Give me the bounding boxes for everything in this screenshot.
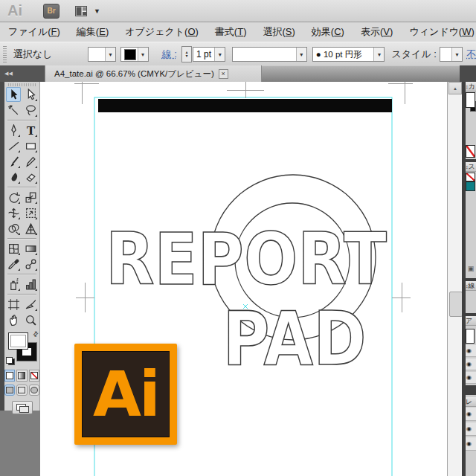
vertical-scrollbar[interactable]: ▲ (447, 82, 462, 476)
pen-tool[interactable] (6, 123, 21, 138)
selection-tool[interactable] (6, 87, 21, 102)
layer-row[interactable]: ◉ (466, 422, 476, 436)
black-swatch (124, 49, 136, 60)
free-transform-tool[interactable] (23, 205, 38, 220)
document-tab[interactable]: A4_tate.ai @ 66.67% (CMYK/プレビュー) × (45, 65, 262, 82)
variable-width-profile-dropdown[interactable]: ▾ (232, 47, 307, 62)
stroke-color-dropdown[interactable]: ▾ (120, 47, 149, 62)
rectangle-icon (25, 140, 37, 152)
selection-arrow-icon (7, 89, 20, 101)
menu-object[interactable]: オブジェクト(O) (117, 25, 207, 39)
tools-panel-grip[interactable] (8, 83, 36, 86)
fill-swatch[interactable] (8, 332, 28, 350)
eye-icon[interactable]: ◉ (466, 440, 472, 447)
stepper-down-icon[interactable]: ▾ (185, 54, 187, 58)
pencil-icon (25, 155, 37, 168)
opacity-link[interactable]: 不 (466, 48, 476, 61)
none-swatch[interactable] (466, 145, 475, 158)
eye-icon[interactable]: ◉ (466, 361, 472, 367)
width-tool[interactable] (6, 205, 21, 220)
eraser-tool[interactable] (23, 170, 38, 184)
line-segment-tool[interactable] (6, 138, 21, 153)
fill-color-dropdown[interactable]: ▾ (88, 47, 116, 62)
swap-fill-stroke-icon[interactable]: ⇄ (31, 329, 40, 338)
menu-file[interactable]: ファイル(F) (0, 25, 68, 39)
menu-edit[interactable]: 編集(E) (68, 25, 117, 39)
swatches-panel-header[interactable]: ↕ス (466, 162, 476, 172)
control-bar-grip[interactable] (3, 46, 7, 62)
stroke-panel-link[interactable]: 線 : (162, 48, 177, 61)
eye-icon[interactable]: ◉ (466, 425, 472, 432)
stroke-weight-dropdown[interactable]: 1 pt▾ (193, 47, 225, 62)
rotate-icon (7, 191, 20, 204)
bridge-button[interactable]: Br (43, 4, 60, 19)
artboard-tool[interactable] (6, 297, 21, 312)
canvas-area[interactable]: REPORT PAD Ai (40, 82, 447, 476)
swatch-teal[interactable] (466, 181, 475, 191)
direct-selection-tool[interactable] (23, 87, 38, 102)
eyedropper-tool[interactable] (6, 257, 21, 271)
layer-row[interactable]: ◉ (466, 408, 476, 421)
lasso-tool[interactable] (23, 103, 38, 118)
rectangle-tool[interactable] (23, 138, 38, 153)
draw-normal-button[interactable] (4, 385, 15, 396)
swatch-library-icon[interactable]: ▣ (466, 265, 476, 275)
layer-row[interactable]: ◉ (466, 437, 476, 451)
menu-effect[interactable]: 効果(C) (303, 25, 353, 39)
blob-brush-tool[interactable] (6, 170, 21, 184)
chevron-down-icon: ▾ (451, 48, 462, 61)
none-button[interactable] (29, 370, 39, 382)
fill-proxy-swatch[interactable] (466, 92, 475, 108)
slice-tool[interactable] (23, 297, 38, 312)
draw-behind-button[interactable] (16, 385, 27, 396)
shape-builder-tool[interactable] (6, 221, 21, 236)
style-dropdown[interactable]: ▾ (440, 47, 463, 62)
menu-type[interactable]: 書式(T) (207, 25, 255, 39)
menu-window[interactable]: ウィンドウ(W) (401, 25, 476, 39)
pencil-tool[interactable] (23, 154, 38, 169)
eye-icon[interactable]: ◉ (466, 347, 472, 354)
rotate-tool[interactable] (6, 190, 21, 205)
menu-view[interactable]: 表示(V) (353, 25, 401, 39)
symbol-sprayer-tool[interactable] (6, 277, 21, 292)
scale-tool[interactable] (23, 190, 38, 205)
perspective-grid-tool[interactable] (23, 221, 38, 236)
gradient-button[interactable] (16, 370, 27, 382)
brush-definition-dropdown[interactable]: ● 10 pt 円形▾ (312, 47, 385, 62)
eye-icon[interactable]: ◉ (466, 411, 472, 417)
layers-panel-header[interactable]: レ (466, 397, 476, 407)
menu-select[interactable]: 選択(S) (255, 25, 303, 39)
magic-wand-tool[interactable] (6, 103, 21, 118)
swatch-none[interactable] (466, 173, 475, 181)
draw-inside-button[interactable] (29, 385, 39, 396)
blend-tool[interactable] (23, 257, 38, 271)
gradient-icon (25, 242, 37, 255)
eyedropper-icon (7, 258, 20, 271)
eye-icon[interactable]: ◉ (466, 374, 472, 381)
appearance-row[interactable]: ◉ (466, 358, 476, 370)
appearance-row[interactable]: ◉ (466, 345, 476, 357)
scrollbar-thumb[interactable] (449, 292, 463, 317)
screen-mode-button[interactable] (12, 401, 33, 414)
drawing-mode-buttons (4, 385, 39, 396)
workspace-dropdown-arrow[interactable]: ▼ (94, 7, 100, 15)
hand-tool[interactable] (6, 312, 21, 327)
tab-close-button[interactable]: × (219, 69, 228, 79)
column-graph-tool[interactable] (23, 277, 38, 292)
mesh-tool[interactable] (6, 241, 21, 256)
appearance-panel-header[interactable]: ア (466, 316, 476, 326)
workspace-switcher-button[interactable] (71, 4, 91, 18)
gradient-tool[interactable] (23, 241, 38, 256)
color-button[interactable] (4, 370, 15, 382)
default-fill-stroke-icon[interactable] (6, 357, 15, 365)
type-tool[interactable]: T (23, 123, 38, 138)
scroll-up-button[interactable]: ▲ (448, 82, 462, 94)
perspective-grid-icon (25, 222, 37, 235)
appearance-row[interactable]: ◉ (466, 372, 476, 384)
stroke-weight-stepper[interactable]: ▴▾ (181, 46, 192, 62)
toolbar-collapse-button[interactable]: ◀◀ (0, 65, 45, 82)
zoom-tool[interactable] (23, 312, 38, 327)
paintbrush-tool[interactable] (6, 154, 21, 169)
stroke-panel-header[interactable]: ↕線 (466, 281, 476, 291)
color-panel-header[interactable]: ↕カ (466, 82, 476, 91)
